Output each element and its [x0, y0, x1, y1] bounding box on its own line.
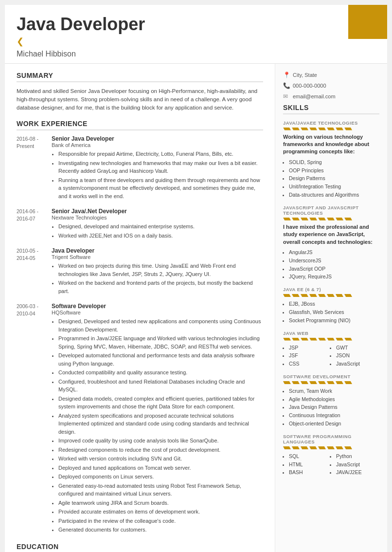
work-bullet-item: Agile teamwork using JIRA and Scrum boar… [58, 499, 263, 507]
skill-bar-segment [283, 218, 291, 221]
skill-bar-segment [309, 338, 317, 341]
work-bullet-item: Generated documents for customers. [58, 526, 263, 534]
skill-bar-segment [318, 381, 326, 384]
skill-bar-segment [292, 381, 300, 384]
skill-bullet-list: AngularJSUnderscoreJSJavaScript OOPJQuer… [283, 248, 379, 281]
work-bullet-item: Worked on the backend and frontend parts… [58, 279, 263, 295]
work-bullet-item: Participated in the review of the collea… [58, 517, 263, 525]
skill-category-title: Software Development [283, 374, 379, 379]
phone-icon: 📞 [283, 82, 290, 89]
skill-bar-segment [309, 446, 317, 449]
skill-bullet-item: JavaScript OOP [289, 265, 379, 273]
location-text: City, State [293, 72, 317, 78]
skill-bar-segment [309, 294, 317, 297]
skill-bullet-item: Scrum, Team Work [289, 387, 379, 395]
skill-bullet-item: Java Design Patterns [289, 403, 379, 411]
work-company: Trigent Software [52, 254, 263, 260]
header-title-block: Java Developer ❮ Michael Hibbison [17, 15, 375, 58]
skill-bar-segment [283, 381, 291, 384]
work-company: Bank of America [52, 142, 263, 148]
skill-bar [283, 128, 379, 130]
skill-bullet-item: SOLID, Spring [289, 158, 379, 166]
skill-bar-segment [344, 446, 352, 449]
work-bullet-item: Deployed components on Linux servers. [58, 473, 263, 481]
skill-bar [283, 338, 379, 341]
work-bullet-list: Responsible for prepaid Airtime, Electri… [52, 150, 263, 200]
phone-text: 000-000-0000 [293, 83, 326, 89]
skill-bar-segment [318, 338, 326, 341]
skill-bar-segment [301, 338, 308, 341]
skill-bar-segment [318, 446, 326, 449]
skill-bar-segment [327, 381, 335, 384]
work-details: Senior Java DeveloperBank of AmericaResp… [52, 135, 263, 201]
work-dates: 2014-06 - 2016-07 [17, 208, 52, 240]
skill-bullet-item: JQuery, RequireJS [289, 273, 379, 281]
skill-two-col-list: JSPGWTJSFJSONCSSJavaScript [283, 344, 379, 368]
work-bullet-item: Conducted compatibility and quality assu… [58, 368, 263, 377]
skill-two-col-item: Python [336, 452, 379, 460]
work-entry: 2016-08 - PresentSenior Java DeveloperBa… [17, 135, 263, 201]
work-bullet-item: Designed, Developed and tested new appli… [58, 317, 263, 333]
skill-bar-segment [344, 338, 352, 341]
work-bullet-item: Provided accurate estimates on items of … [58, 508, 263, 516]
work-dates: 2016-08 - Present [17, 135, 52, 201]
skill-bar-segment [301, 218, 308, 221]
skill-bar-segment [309, 128, 317, 130]
work-bullet-item: Programmed in Java/J2EE language and Wor… [58, 334, 263, 350]
skill-bar-segment [336, 128, 343, 130]
work-bullet-item: Investigating new technologies and frame… [58, 159, 263, 175]
work-bullet-item: Redesigned components to reduce the cost… [58, 446, 263, 454]
work-bullet-list: Designed, developed and maintained enter… [52, 222, 263, 239]
skill-bar-segment [292, 294, 300, 297]
work-bullet-item: Generated easy-to-read automated tests u… [58, 482, 263, 498]
skill-bullet-item: UnderscoreJS [289, 257, 379, 265]
contact-location: 📍 City, State [283, 72, 379, 78]
work-company: Nextware Technologies [52, 215, 263, 221]
skill-bar-segment [327, 446, 335, 449]
skill-bar-segment [336, 381, 343, 384]
summary-section-title: SUMMARY [17, 72, 263, 82]
email-text: email@email.com [293, 93, 336, 99]
work-dates: 2010-05 - 2014-05 [17, 247, 52, 296]
skill-bar-segment [309, 381, 317, 384]
skills-section-title: SKILLS [283, 104, 379, 114]
skill-bullet-item: OOP Principles [289, 166, 379, 175]
skill-description: Working on various technology frameworks… [283, 133, 379, 156]
work-job-title: Senior Java/.Net Developer [52, 208, 263, 215]
header-accent-block [348, 5, 387, 39]
skill-bar-segment [327, 128, 335, 130]
work-dates: 2006-03 - 2010-04 [17, 303, 52, 535]
work-entry: 2014-06 - 2016-07Senior Java/.Net Develo… [17, 208, 263, 240]
skill-two-col-item: SQL [289, 452, 332, 460]
work-details: Java DeveloperTrigent SoftwareWorked on … [52, 247, 263, 296]
header: Java Developer ❮ Michael Hibbison [5, 5, 387, 64]
skill-bar-segment [283, 128, 291, 130]
skill-two-col-item: JSF [289, 351, 332, 360]
skill-bar-segment [336, 338, 343, 341]
skill-bar-segment [344, 381, 352, 384]
skill-bar-segment [301, 128, 308, 130]
skill-bullet-list: SOLID, SpringOOP PrinciplesDesign Patter… [283, 158, 379, 199]
skill-category-title: JAVASCRIPT AND JAVASCRIPT TECHNOLOGIES [283, 205, 379, 216]
work-entry: 2010-05 - 2014-05Java DeveloperTrigent S… [17, 247, 263, 296]
work-bullet-item: Responsible for prepaid Airtime, Electri… [58, 150, 263, 158]
skill-bullet-item: EJB, JBoss [289, 300, 379, 308]
skill-two-col-item: CSS [289, 360, 332, 368]
skill-bar-segment [292, 128, 300, 130]
skill-bullet-item: Agile Methodologies [289, 395, 379, 404]
resume-page: Java Developer ❮ Michael Hibbison SUMMAR… [5, 5, 387, 552]
work-bullet-list: Worked on two projects during this time.… [52, 262, 263, 295]
skill-bullet-list: Scrum, Team WorkAgile MethodologiesJava … [283, 387, 379, 428]
work-job-title: Senior Java Developer [52, 135, 263, 142]
summary-text: Motivated and skilled Senior Java Develo… [17, 87, 263, 112]
skill-bar-segment [283, 338, 291, 341]
skill-bullet-item: Continuous Integration [289, 411, 379, 420]
skill-bar-segment [336, 446, 343, 449]
skill-two-col-item: JavaScript [336, 460, 379, 469]
skill-bar-segment [344, 128, 352, 130]
candidate-name: Michael Hibbison [17, 50, 375, 58]
skill-bar-segment [292, 218, 300, 221]
chevron-icon: ❮ [17, 36, 375, 47]
work-bullet-item: Improved code quality by using code anal… [58, 437, 263, 445]
work-bullet-item: Worked on two projects during this time.… [58, 262, 263, 278]
